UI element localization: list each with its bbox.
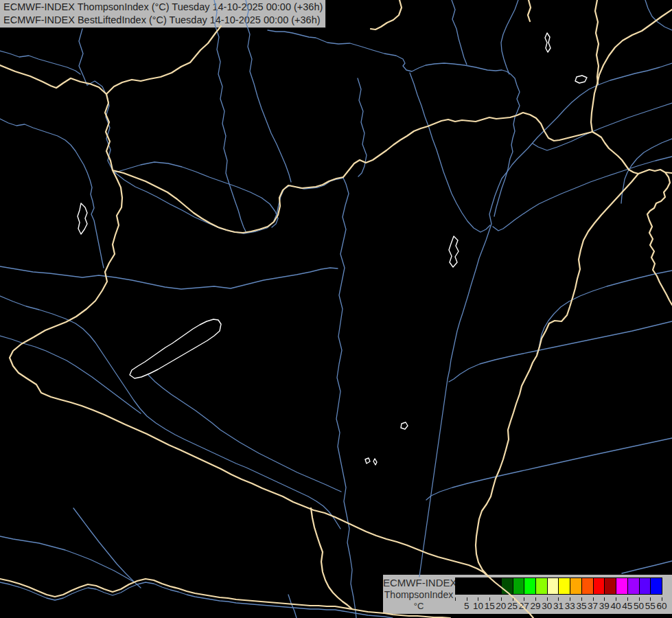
map-title-line1: ECMWF-INDEX ThompsonIndex (°C) Tuesday 1… [3,1,323,12]
river-line [419,63,672,577]
country-border-line [592,132,638,174]
river-line [533,103,672,150]
river-line [537,271,672,354]
lake-outline [575,76,587,83]
country-borders-layer [0,0,672,618]
lakes-layer [78,33,587,465]
color-cell [650,577,662,595]
river-line [79,29,115,172]
title-bar: ECMWF-INDEX ThompsonIndex (°C) Tuesday 1… [0,0,326,28]
river-line [148,375,341,492]
legend-product-label: ECMWF-INDEX [383,577,454,588]
country-border-line [113,113,592,233]
country-border-line [371,0,402,30]
color-cell [616,577,628,595]
lake-outline [545,33,551,52]
river-line [268,30,520,216]
color-cell [501,577,513,595]
river-line [73,508,141,588]
map-title-line2: ECMWF-INDEX BestLiftedIndex (°C) Tuesday… [3,14,321,25]
river-line [452,0,467,65]
lake-outline [449,236,459,267]
river-line [645,0,672,30]
lake-outline [401,422,408,429]
river-line [426,438,672,500]
country-border-line [10,94,489,577]
river-line [410,73,490,232]
country-border-line [476,174,638,618]
country-border-line [0,65,106,94]
country-border-line [528,0,531,21]
lake-outline [365,458,370,464]
color-cell [467,577,479,595]
river-line [0,336,141,413]
country-border-line [591,10,672,132]
river-line [449,321,672,382]
color-cell [581,577,594,595]
rivers-layer [0,0,672,618]
river-line [0,51,80,74]
color-cell [478,577,490,595]
scale-tick-label: 60 [651,601,672,611]
river-line [0,296,340,529]
river-line [621,139,672,203]
country-border-line [595,0,599,84]
river-line [0,536,135,582]
color-cell [489,577,502,595]
legend-unit-label: °C [383,601,454,611]
country-border-line [106,26,221,94]
color-cell [535,577,548,595]
color-cell [455,577,467,595]
river-line [214,0,246,231]
color-cell [639,577,651,595]
color-cell [593,577,605,595]
river-line [115,162,278,227]
color-cell [513,577,525,595]
river-line [622,561,672,573]
color-cell [604,577,616,595]
map-canvas [0,0,672,618]
river-line [0,119,104,268]
river-line [493,157,672,231]
color-cell [524,577,536,595]
lake-outline [78,203,87,234]
country-border-line [638,170,672,305]
color-cell [627,577,640,595]
river-line [0,266,338,289]
legend-index-label: ThompsonIndex [383,589,454,600]
color-cell [547,577,559,595]
color-scale-bar: 51015202527293031333537394045505560 [455,577,663,595]
lake-outline [373,459,377,465]
color-cell [570,577,582,595]
river-line [358,78,367,176]
river-line [0,582,393,618]
river-line [115,172,356,618]
weather-map-screen: ECMWF-INDEX ThompsonIndex °C 51015202527… [0,0,672,618]
river-line [501,0,518,74]
lake-outline [130,319,221,378]
legend-panel: ECMWF-INDEX ThompsonIndex °C 51015202527… [383,575,672,614]
color-cell [558,577,570,595]
country-border-line [311,508,352,609]
river-line [288,595,297,618]
country-border-line [665,172,672,173]
